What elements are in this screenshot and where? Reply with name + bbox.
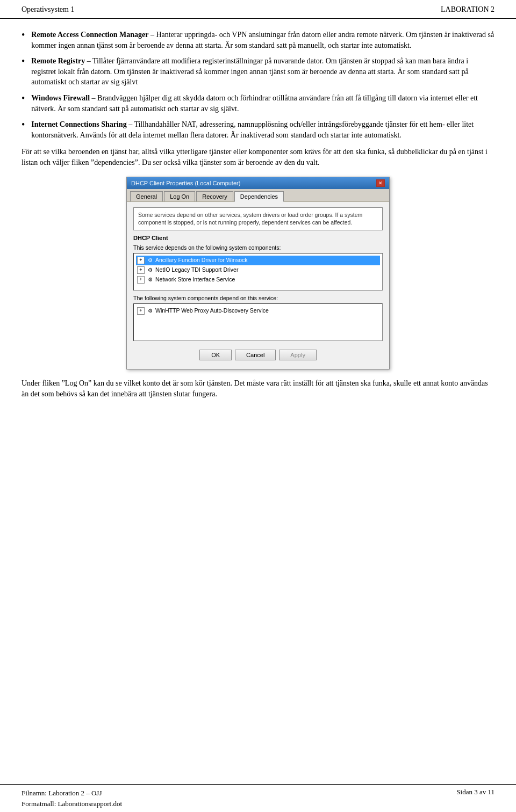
gear-icon-dep-1: ⚙ <box>146 307 154 315</box>
bullet-text-1: Remote Access Connection Manager – Hante… <box>31 30 494 50</box>
tree-item-label-3: Network Store Interface Service <box>155 276 235 284</box>
bullet-list: • Remote Access Connection Manager – Han… <box>22 30 494 140</box>
page-header: Operativsystem 1 LABORATION 2 <box>0 0 516 19</box>
dialog-close-button[interactable]: ✕ <box>376 179 385 187</box>
footer-filename: Filnamn: Laboration 2 – OJJ <box>22 788 122 799</box>
bullet-icon: • <box>22 55 25 68</box>
page-footer: Filnamn: Laboration 2 – OJJ Formatmall: … <box>0 784 516 812</box>
dialog-tabs: General Log On Recovery Dependencies <box>127 189 389 202</box>
bullet-text-3: Windows Firewall – Brandväggen hjälper d… <box>31 93 494 114</box>
main-content: • Remote Access Connection Manager – Han… <box>0 19 516 784</box>
footer-page: Sidan 3 av 11 <box>456 788 494 796</box>
expand-icon-dep-1[interactable]: + <box>137 307 145 315</box>
dialog-window: DHCP Client Properties (Local Computer) … <box>126 177 390 369</box>
term-4: Internet Connections Sharing <box>31 120 126 128</box>
paragraph-1: För att se vilka beroenden en tjänst har… <box>22 147 494 168</box>
header-left-title: Operativsystem 1 <box>22 5 74 14</box>
tree-item-3[interactable]: + ⚙ Network Store Interface Service <box>136 275 380 285</box>
term-3: Windows Firewall <box>31 94 90 102</box>
list-item: • Remote Access Connection Manager – Han… <box>22 30 494 50</box>
dialog-screenshot: DHCP Client Properties (Local Computer) … <box>22 177 494 369</box>
bullet-icon: • <box>22 92 25 105</box>
bullet-desc-2: – Tillåter fjärranvändare att modifiera … <box>31 57 468 86</box>
footer-template: Formatmall: Laborationsrapport.dot <box>22 799 122 809</box>
gear-icon-3: ⚙ <box>146 276 154 284</box>
page: Operativsystem 1 LABORATION 2 • Remote A… <box>0 0 516 812</box>
term-1: Remote Access Connection Manager <box>31 31 148 39</box>
ok-button[interactable]: OK <box>199 350 232 360</box>
paragraph-2: Under fliken ”Log On” kan du se vilket k… <box>22 378 494 399</box>
expand-icon-3[interactable]: + <box>137 276 145 284</box>
tree-item-dep-1[interactable]: + ⚙ WinHTTP Web Proxy Auto-Discovery Ser… <box>136 306 380 316</box>
list-item: • Windows Firewall – Brandväggen hjälper… <box>22 93 494 114</box>
tree-item-2[interactable]: + ⚙ NetIO Legacy TDI Support Driver <box>136 265 380 275</box>
expand-icon-2[interactable]: + <box>137 266 145 274</box>
bullet-text-4: Internet Connections Sharing – Tillhanda… <box>31 119 494 140</box>
footer-left: Filnamn: Laboration 2 – OJJ Formatmall: … <box>22 788 122 809</box>
bullet-icon: • <box>22 118 25 132</box>
dialog-info-text: Some services depend on other services, … <box>133 207 383 230</box>
tab-logon[interactable]: Log On <box>164 191 195 201</box>
dialog-service-name: DHCP Client <box>133 235 383 241</box>
expand-icon-1[interactable]: + <box>137 257 145 264</box>
gear-icon-1: ⚙ <box>146 257 154 264</box>
bullet-icon: • <box>22 28 25 42</box>
tree-item-dep-label-1: WinHTTP Web Proxy Auto-Discovery Service <box>155 307 269 315</box>
depends-section-label: This service depends on the following sy… <box>133 244 383 251</box>
cancel-button[interactable]: Cancel <box>235 350 276 360</box>
tab-recovery[interactable]: Recovery <box>196 191 233 201</box>
apply-button[interactable]: Apply <box>279 350 317 360</box>
header-right-title: LABORATION 2 <box>441 5 494 14</box>
term-2: Remote Registry <box>31 57 85 65</box>
bullet-desc-3: – Brandväggen hjälper dig att skydda dat… <box>31 94 478 113</box>
dialog-body: Some services depend on other services, … <box>127 202 389 369</box>
list-item: • Remote Registry – Tillåter fjärranvänd… <box>22 56 494 88</box>
tree-item-label-2: NetIO Legacy TDI Support Driver <box>155 266 238 274</box>
gear-icon-2: ⚙ <box>146 266 154 274</box>
dialog-button-row: OK Cancel Apply <box>133 345 383 364</box>
dependents-section-label: The following system components depend o… <box>133 295 383 301</box>
list-item: • Internet Connections Sharing – Tillhan… <box>22 119 494 140</box>
tab-general[interactable]: General <box>130 191 163 201</box>
tab-dependencies[interactable]: Dependencies <box>234 191 284 202</box>
depends-tree: + ⚙ Ancillary Function Driver for Winsoc… <box>133 253 383 291</box>
tree-item-1[interactable]: + ⚙ Ancillary Function Driver for Winsoc… <box>136 256 380 265</box>
bullet-text-2: Remote Registry – Tillåter fjärranvändar… <box>31 56 494 88</box>
dialog-title: DHCP Client Properties (Local Computer) <box>131 180 240 186</box>
dependents-tree: + ⚙ WinHTTP Web Proxy Auto-Discovery Ser… <box>133 303 383 341</box>
dialog-titlebar: DHCP Client Properties (Local Computer) … <box>127 177 389 189</box>
tree-item-label-1: Ancillary Function Driver for Winsock <box>155 257 248 264</box>
